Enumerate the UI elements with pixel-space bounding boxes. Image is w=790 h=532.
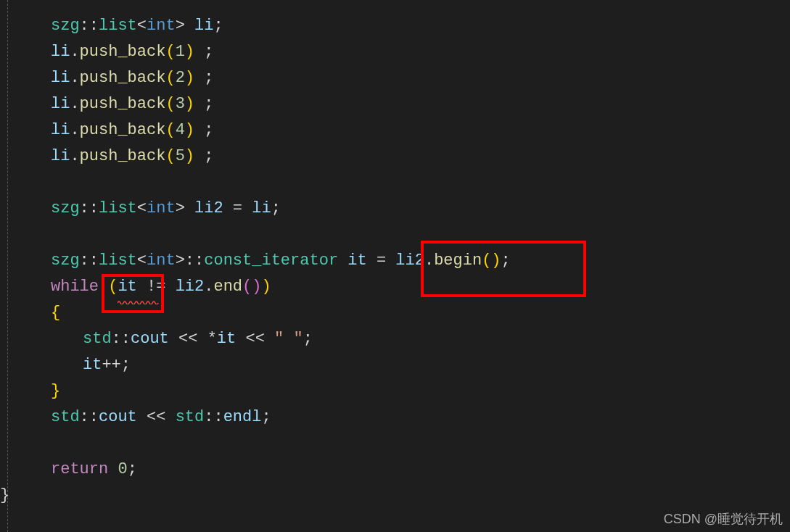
code-content: szg::list<int> li; li.push_back(1) ; li.… (19, 13, 790, 509)
code-line: } (19, 378, 790, 404)
code-line: std::cout << *it << " "; (19, 326, 790, 352)
code-line: { (19, 300, 790, 326)
code-line: return 0; (19, 457, 790, 483)
code-editor[interactable]: szg::list<int> li; li.push_back(1) ; li.… (0, 0, 790, 532)
code-line: li.push_back(5) ; (19, 144, 790, 170)
code-line: szg::list<int> li2 = li; (19, 196, 790, 222)
code-line: li.push_back(4) ; (19, 117, 790, 144)
code-line: while (it != li2.end()) (19, 274, 790, 300)
code-line: szg::list<int> li; (19, 13, 790, 39)
code-line: li.push_back(1) ; (19, 39, 790, 65)
code-line: li.push_back(2) ; (19, 65, 790, 91)
blank-line (19, 222, 790, 248)
watermark: CSDN @睡觉待开机 (664, 510, 783, 528)
blank-line (19, 170, 790, 196)
code-line: std::cout << std::endl; (19, 404, 790, 431)
code-line: szg::list<int>::const_iterator it = li2.… (19, 248, 790, 274)
blank-line (19, 431, 790, 457)
code-line: } (19, 483, 790, 509)
code-line: li.push_back(3) ; (19, 91, 790, 117)
code-line: it++; (19, 352, 790, 378)
